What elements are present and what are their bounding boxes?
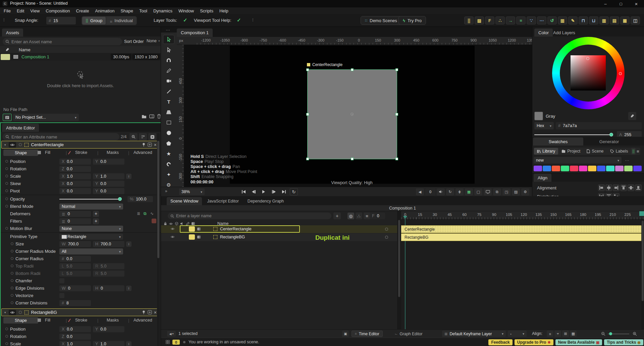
- star-tool[interactable]: ★: [163, 149, 174, 158]
- clear-filter-icon[interactable]: [148, 133, 156, 140]
- align-left-button[interactable]: [598, 184, 605, 191]
- feedback-button[interactable]: Feedback: [488, 339, 512, 345]
- masks-tab[interactable]: Masks: [107, 150, 119, 155]
- alpha-slider-handle[interactable]: [609, 133, 613, 136]
- loop-button[interactable]: ↻: [290, 188, 298, 195]
- timeline-bar-RectangleBG[interactable]: RectangleBG: [401, 233, 644, 241]
- list-view-icon[interactable]: ≡: [636, 148, 640, 155]
- speaker-column-icon[interactable]: [180, 222, 184, 225]
- menu-item-help[interactable]: Help: [216, 8, 231, 13]
- timeline-zoom-handle[interactable]: [609, 332, 612, 335]
- dock-icon[interactable]: ▣: [342, 331, 349, 337]
- composition-color-swatch[interactable]: [1, 54, 10, 60]
- distribute-v-button[interactable]: [598, 193, 605, 196]
- selection-dropdown-icon[interactable]: ◀▾: [167, 331, 176, 337]
- layer-header-CenterRectangle[interactable]: ▾CenterRectangle×: [1, 141, 160, 149]
- vectorize-checkbox[interactable]: [59, 293, 64, 298]
- align-top-button[interactable]: [620, 184, 627, 191]
- bars-icon[interactable]: ▥: [558, 16, 567, 24]
- pin-list-icon[interactable]: [139, 133, 147, 140]
- color-swatch-6[interactable]: [579, 166, 587, 171]
- scale-link-icon[interactable]: ↕: [126, 174, 131, 179]
- rotation-field-Z[interactable]: Z0.0: [59, 166, 91, 172]
- current-color-swatch[interactable]: [534, 112, 543, 120]
- background-icon[interactable]: ▢: [474, 188, 482, 195]
- upgrade-to-pro-button[interactable]: Upgrade to Pro✹: [515, 339, 553, 345]
- keyframe-previous-icon[interactable]: ◀: [416, 188, 424, 195]
- edge-divisions-field-H[interactable]: H0: [93, 285, 124, 291]
- position-field-Y[interactable]: Y0.0: [93, 326, 124, 332]
- scale-keyframe-dot[interactable]: [5, 175, 8, 177]
- blend-mode-keyframe-dot[interactable]: [5, 205, 8, 208]
- dopesheet-scrollbar[interactable]: [641, 219, 644, 329]
- hue-handle[interactable]: [619, 72, 622, 75]
- grid-dots-icon[interactable]: ⣿: [464, 16, 474, 24]
- menu-item-edit[interactable]: Edit: [14, 8, 27, 13]
- project-set-dropdown[interactable]: No Project Set... ▾: [13, 114, 79, 121]
- color-swatch-8[interactable]: [597, 166, 605, 171]
- scale-field-Y[interactable]: Y1.0: [93, 341, 124, 346]
- layer-visibility-icon[interactable]: [170, 227, 175, 230]
- scene-grid-icon[interactable]: [166, 340, 170, 344]
- frame-field-icon[interactable]: 0: [425, 188, 435, 195]
- individual-mode-button[interactable]: ⣤ Individual: [106, 17, 136, 24]
- align-columns-icon[interactable]: ⫧: [554, 331, 561, 337]
- project-set-icon[interactable]: [3, 114, 12, 121]
- saturation-square[interactable]: [571, 55, 606, 91]
- menu-item-create[interactable]: Create: [73, 8, 92, 13]
- masks-tab[interactable]: Masks: [107, 318, 119, 323]
- tips-and-tricks-button[interactable]: Tips and Tricks◉: [604, 339, 643, 345]
- previous-frame-button[interactable]: [250, 188, 258, 195]
- visibility-eye-icon[interactable]: [9, 142, 16, 148]
- distribute-h-button[interactable]: [605, 193, 612, 196]
- timeline-bar-CenterRectangle[interactable]: CenterRectangle: [401, 225, 644, 233]
- next-frame-button[interactable]: [270, 188, 278, 195]
- scale-field-X[interactable]: X1.0: [59, 173, 91, 179]
- timeline-end-marker[interactable]: [639, 211, 644, 216]
- zoom-in-icon[interactable]: [631, 331, 638, 337]
- close-button[interactable]: ×: [629, 0, 644, 7]
- color-swatch-11[interactable]: [624, 166, 633, 171]
- corner-radius-field-#[interactable]: #0.0: [59, 256, 91, 262]
- pivot-keyframe-dot[interactable]: [5, 189, 8, 192]
- saturation-handle[interactable]: [586, 57, 589, 60]
- warning-count-badge[interactable]: 0: [172, 340, 180, 345]
- rotation-keyframe-dot[interactable]: [5, 335, 8, 338]
- corner-divisions-field-#[interactable]: #8: [59, 300, 91, 306]
- stack-align-icon[interactable]: ≡: [516, 16, 526, 24]
- timeline-tab-scene-window[interactable]: Scene Window: [167, 197, 202, 205]
- color-mode-dropdown[interactable]: Hex▾: [534, 122, 554, 129]
- menu-item-window[interactable]: Window: [175, 8, 197, 13]
- color-swatch-4[interactable]: [561, 166, 569, 171]
- color-eyedropper-button[interactable]: [628, 112, 636, 120]
- pivot-field-Y[interactable]: Y0.0: [93, 188, 124, 194]
- pin-icon[interactable]: [142, 310, 146, 314]
- position-field-X[interactable]: X0.0: [59, 326, 91, 332]
- go-to-end-button[interactable]: [280, 188, 288, 195]
- menu-item-tool[interactable]: Tool: [136, 8, 150, 13]
- pivot-point-icon[interactable]: [351, 113, 354, 116]
- color-swatch-7[interactable]: [588, 166, 596, 171]
- eyedropper-icon[interactable]: [5, 48, 9, 52]
- menu-item-animation[interactable]: Animation: [92, 8, 118, 13]
- tab-add-layers[interactable]: Add Layers: [553, 30, 575, 35]
- keyframe-layer-dropdown[interactable]: ▦ Default Keyframe Layer ▾: [442, 331, 506, 337]
- layer-row-RectangleBG[interactable]: RectangleBG: [161, 233, 397, 241]
- cube-icon[interactable]: ▧: [475, 16, 484, 24]
- pin-icon[interactable]: [142, 142, 146, 147]
- selection-handle[interactable]: [395, 113, 398, 116]
- align-center-v-button[interactable]: [628, 184, 634, 191]
- visibility-eye-icon[interactable]: [9, 310, 16, 315]
- go-to-start-button[interactable]: [239, 188, 248, 195]
- rows-view-icon[interactable]: ▤: [610, 16, 619, 24]
- attribute-scrollbar[interactable]: [157, 133, 160, 346]
- color-swatch-3[interactable]: [552, 166, 560, 171]
- size-field-W[interactable]: W700.0: [59, 241, 91, 247]
- top-radii-keyframe-dot[interactable]: [11, 265, 13, 267]
- edge-divisions-link-icon[interactable]: ↕: [126, 286, 131, 291]
- play-button[interactable]: [260, 188, 268, 195]
- text-tool[interactable]: T: [163, 97, 174, 106]
- rotation-field-Z[interactable]: Z0.0: [59, 334, 91, 340]
- timeline-middle-scrollbar[interactable]: [397, 211, 401, 329]
- snap-angle-input[interactable]: # 15: [46, 17, 76, 24]
